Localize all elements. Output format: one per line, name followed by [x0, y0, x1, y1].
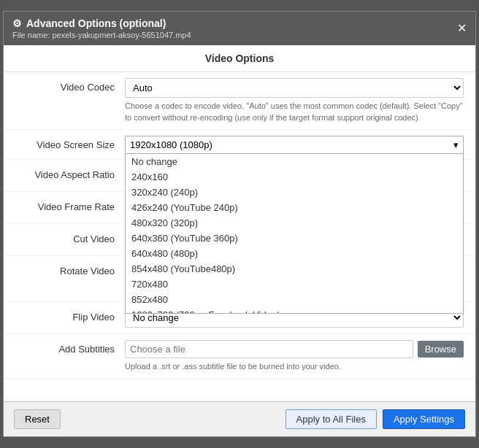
dropdown-option-640x360[interactable]: 640x360 (YouTube 360p)	[126, 231, 463, 246]
add-subtitles-row: Add Subtitles Browse Upload a .srt or .a…	[4, 334, 475, 379]
chevron-down-icon: ▾	[453, 139, 459, 150]
gear-icon: ⚙	[12, 18, 22, 29]
dialog-header: ⚙ Advanced Options (optional) File name:…	[4, 12, 475, 45]
dropdown-option-240x160[interactable]: 240x160	[126, 169, 463, 185]
video-codec-control: Auto Copy H.264 H.265 Choose a codec to …	[125, 78, 464, 123]
subtitles-file-input[interactable]	[125, 340, 413, 358]
video-screen-size-trigger[interactable]: 1920x1080 (1080p) ▾	[125, 136, 464, 153]
subtitles-help: Upload a .srt or .ass subtitle file to b…	[125, 361, 464, 372]
dropdown-option-1280x720[interactable]: 1280x720 (720p - Facebook Video)	[126, 307, 463, 314]
video-frame-rate-label: Video Frame Rate	[15, 198, 125, 212]
scroll-area[interactable]: Video Codec Auto Copy H.264 H.265 Choose…	[4, 72, 475, 401]
dropdown-option-320x240[interactable]: 320x240 (240p)	[126, 185, 463, 200]
video-screen-size-value: 1920x1080 (1080p)	[130, 139, 212, 150]
cut-video-label: Cut Video	[15, 230, 125, 244]
apply-all-files-button[interactable]: Apply to All Files	[286, 409, 377, 429]
browse-button[interactable]: Browse	[418, 341, 464, 358]
video-codec-row: Video Codec Auto Copy H.264 H.265 Choose…	[4, 72, 475, 130]
dropdown-option-640x480[interactable]: 640x480 (480p)	[126, 246, 463, 261]
dropdown-option-854x480[interactable]: 854x480 (YouTube480p)	[126, 261, 463, 277]
apply-settings-button[interactable]: Apply Settings	[383, 409, 465, 429]
dropdown-option-426x240[interactable]: 426x240 (YouTube 240p)	[126, 200, 463, 215]
reset-button[interactable]: Reset	[14, 409, 61, 429]
partial-row	[4, 379, 475, 401]
close-button[interactable]: ✕	[457, 23, 467, 34]
add-subtitles-label: Add Subtitles	[15, 340, 125, 355]
subtitles-input-row: Browse	[125, 340, 464, 358]
rotate-video-label: Rotate Video	[15, 262, 125, 277]
video-screen-size-control: 1920x1080 (1080p) ▾ No change 240x160 32…	[125, 136, 464, 153]
dropdown-option-852x480[interactable]: 852x480	[126, 292, 463, 307]
section-title: Video Options	[4, 45, 475, 72]
advanced-options-dialog: ⚙ Advanced Options (optional) File name:…	[3, 11, 476, 437]
add-subtitles-control: Browse Upload a .srt or .ass subtitle fi…	[125, 340, 464, 372]
video-codec-select[interactable]: Auto Copy H.264 H.265	[125, 78, 464, 98]
video-screen-size-label: Video Screen Size	[15, 136, 125, 150]
video-codec-label: Video Codec	[15, 78, 125, 93]
footer-right: Apply to All Files Apply Settings	[286, 409, 465, 429]
dropdown-option-720x480[interactable]: 720x480	[126, 277, 463, 292]
dialog-body: Video Options Video Codec Auto Copy H.26…	[4, 45, 475, 401]
flip-video-label: Flip Video	[15, 308, 125, 323]
video-codec-help: Choose a codec to encode video. "Auto" u…	[125, 101, 464, 123]
video-aspect-ratio-label: Video Aspect Ratio	[15, 166, 125, 180]
dropdown-option-480x320[interactable]: 480x320 (320p)	[126, 215, 463, 231]
dialog-footer: Reset Apply to All Files Apply Settings	[4, 401, 475, 436]
video-screen-size-dropdown: No change 240x160 320x240 (240p) 426x240…	[125, 153, 464, 314]
dialog-title: ⚙ Advanced Options (optional)	[12, 18, 191, 29]
dropdown-option-no-change[interactable]: No change	[126, 154, 463, 169]
video-screen-size-row: Video Screen Size 1920x1080 (1080p) ▾ No…	[4, 130, 475, 160]
dialog-filename: File name: pexels-yakupmert-aksoy-565104…	[12, 31, 191, 39]
